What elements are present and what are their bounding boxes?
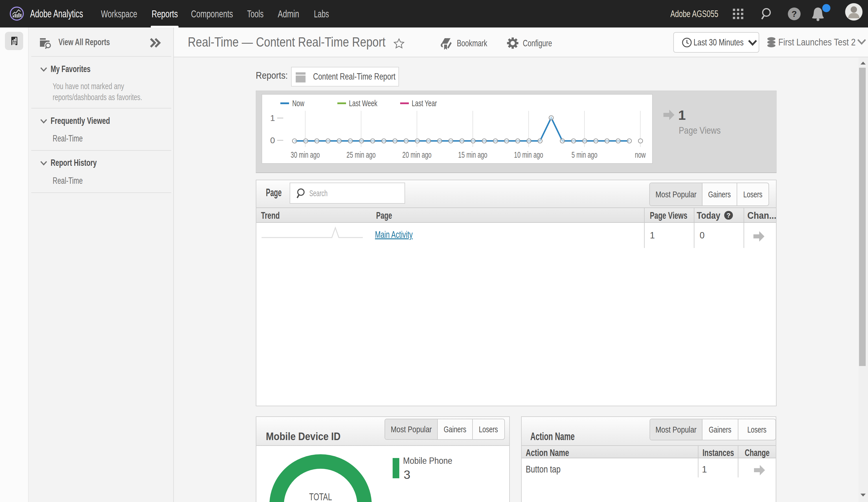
svg-text:1: 1	[270, 113, 275, 123]
svg-text:5 min ago: 5 min ago	[571, 150, 598, 160]
svg-text:Mobile Phone: Mobile Phone	[403, 455, 452, 465]
svg-text:3: 3	[404, 468, 410, 481]
svg-text:?: ?	[726, 212, 731, 219]
svg-text:TOTAL: TOTAL	[309, 491, 332, 502]
svg-text:?: ?	[792, 9, 797, 19]
svg-text:15 min ago: 15 min ago	[458, 150, 487, 160]
svg-text:Now: Now	[292, 99, 304, 108]
svg-text:20 min ago: 20 min ago	[402, 150, 432, 160]
svg-text:Last Year: Last Year	[412, 99, 437, 108]
svg-text:0: 0	[270, 135, 275, 145]
svg-text:30 min ago: 30 min ago	[291, 150, 320, 160]
svg-text:Last Week: Last Week	[349, 99, 378, 108]
svg-text:10 min ago: 10 min ago	[514, 150, 544, 160]
svg-text:25 min ago: 25 min ago	[347, 150, 376, 160]
svg-text:now: now	[635, 150, 646, 160]
